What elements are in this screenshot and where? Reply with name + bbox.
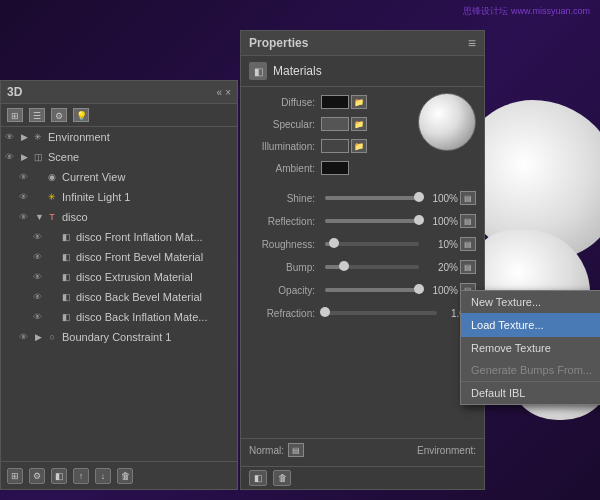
slider-value-bump: 20% bbox=[423, 262, 458, 273]
eye-icon-disco-front-inflation[interactable]: 👁 bbox=[33, 232, 47, 242]
watermark: 思锋设计坛 www.missyuan.com bbox=[463, 5, 590, 18]
slider-thumb-refraction[interactable] bbox=[320, 307, 330, 317]
slider-icon-shine[interactable]: ▤ bbox=[460, 191, 476, 205]
context-menu: New Texture... Load Texture... ↖ Remove … bbox=[460, 290, 600, 405]
3d-bottom-bar: ⊞ ⚙ ◧ ↑ ↓ 🗑 bbox=[1, 461, 237, 489]
slider-label-reflection: Reflection: bbox=[249, 216, 321, 227]
eye-icon-disco[interactable]: 👁 bbox=[19, 212, 33, 222]
slider-label-shine: Shine: bbox=[249, 193, 321, 204]
tree-item-infinite-light-1[interactable]: 👁 ✳ Infinite Light 1 bbox=[1, 187, 237, 207]
bottom-icon-trash[interactable]: 🗑 bbox=[117, 468, 133, 484]
eye-icon-disco-back-bevel[interactable]: 👁 bbox=[33, 292, 47, 302]
bottom-icon-material[interactable]: ◧ bbox=[51, 468, 67, 484]
context-menu-item-new-texture[interactable]: New Texture... bbox=[461, 291, 600, 313]
slider-value-opacity: 100% bbox=[423, 285, 458, 296]
item-label-infinite-light-1: Infinite Light 1 bbox=[62, 191, 233, 203]
bottom-icon-down[interactable]: ↓ bbox=[95, 468, 111, 484]
tree-item-environment[interactable]: 👁 ▶ ✳ Environment bbox=[1, 127, 237, 147]
eye-icon-environment[interactable]: 👁 bbox=[5, 132, 19, 142]
folder-btn-diffuse[interactable]: 📁 bbox=[351, 95, 367, 109]
mat-row-illumination: Illumination: 📁 bbox=[249, 137, 412, 155]
tree-item-scene[interactable]: 👁 ▶ ◫ Scene bbox=[1, 147, 237, 167]
properties-menu-icon[interactable]: ≡ bbox=[468, 35, 476, 51]
item-icon-infinite-light: ✳ bbox=[45, 190, 59, 204]
eye-icon-boundary[interactable]: 👁 bbox=[19, 332, 33, 342]
swatch-ambient[interactable] bbox=[321, 161, 349, 175]
tree-item-disco-extrusion[interactable]: 👁 ◧ disco Extrusion Material bbox=[1, 267, 237, 287]
toolbar-icon-settings[interactable]: ⚙ bbox=[51, 108, 67, 122]
tree-item-disco-front-inflation[interactable]: 👁 ◧ disco Front Inflation Mat... bbox=[1, 227, 237, 247]
bottom-icon-grid[interactable]: ⊞ bbox=[7, 468, 23, 484]
footer-icon-material[interactable]: ◧ bbox=[249, 470, 267, 486]
mat-bottom-section: Normal: ▤ Environment: bbox=[241, 438, 484, 461]
slider-track-reflection[interactable] bbox=[325, 219, 419, 223]
mat-footer: ◧ 🗑 bbox=[241, 466, 484, 489]
properties-title: Properties bbox=[249, 36, 308, 50]
collapse-button[interactable]: « bbox=[217, 87, 223, 98]
slider-thumb-reflection[interactable] bbox=[414, 215, 424, 225]
mat-row-diffuse: Diffuse: 📁 bbox=[249, 93, 412, 111]
item-label-disco-extrusion: disco Extrusion Material bbox=[76, 271, 233, 283]
swatch-illumination[interactable] bbox=[321, 139, 349, 153]
folder-btn-specular[interactable]: 📁 bbox=[351, 117, 367, 131]
slider-thumb-roughness[interactable] bbox=[329, 238, 339, 248]
bottom-icon-up[interactable]: ↑ bbox=[73, 468, 89, 484]
context-menu-item-load-texture[interactable]: Load Texture... ↖ bbox=[461, 313, 600, 337]
slider-track-opacity[interactable] bbox=[325, 288, 419, 292]
slider-thumb-opacity[interactable] bbox=[414, 284, 424, 294]
panel-3d-controls: « × bbox=[217, 87, 231, 98]
tree-item-disco[interactable]: 👁 ▼ T disco bbox=[1, 207, 237, 227]
slider-icon-bump[interactable]: ▤ bbox=[460, 260, 476, 274]
context-menu-item-default-ibl[interactable]: Default IBL bbox=[461, 382, 600, 404]
normal-icon-btn[interactable]: ▤ bbox=[288, 443, 304, 457]
eye-icon-infinite-light[interactable]: 👁 bbox=[19, 192, 33, 202]
slider-icon-roughness[interactable]: ▤ bbox=[460, 237, 476, 251]
tree-item-disco-back-inflation[interactable]: 👁 ◧ disco Back Inflation Mate... bbox=[1, 307, 237, 327]
slider-thumb-bump[interactable] bbox=[339, 261, 349, 271]
slider-track-refraction[interactable] bbox=[325, 311, 437, 315]
slider-row-roughness: Roughness: 10% ▤ bbox=[249, 235, 476, 253]
toolbar-icon-grid[interactable]: ⊞ bbox=[7, 108, 23, 122]
item-icon-scene: ◫ bbox=[31, 150, 45, 164]
tree-item-current-view[interactable]: 👁 ◉ Current View bbox=[1, 167, 237, 187]
panel-3d-title: 3D bbox=[7, 85, 22, 99]
footer-icon-trash[interactable]: 🗑 bbox=[273, 470, 291, 486]
eye-icon-current-view[interactable]: 👁 bbox=[19, 172, 33, 182]
materials-icon: ◧ bbox=[249, 62, 267, 80]
context-menu-item-remove-texture[interactable]: Remove Texture bbox=[461, 337, 600, 359]
expand-arrow-scene[interactable]: ▶ bbox=[21, 152, 31, 162]
expand-arrow-boundary[interactable]: ▶ bbox=[35, 332, 45, 342]
eye-icon-disco-front-bevel[interactable]: 👁 bbox=[33, 252, 47, 262]
toolbar-icon-light[interactable]: 💡 bbox=[73, 108, 89, 122]
mat-row-specular: Specular: 📁 bbox=[249, 115, 412, 133]
expand-arrow-environment[interactable]: ▶ bbox=[21, 132, 31, 142]
tree-item-disco-front-bevel[interactable]: 👁 ◧ disco Front Bevel Material bbox=[1, 247, 237, 267]
environment-label: Environment: bbox=[417, 445, 476, 456]
item-label-scene: Scene bbox=[48, 151, 233, 163]
context-menu-label-new-texture: New Texture... bbox=[471, 296, 541, 308]
slider-row-bump: Bump: 20% ▤ bbox=[249, 258, 476, 276]
slider-icon-reflection[interactable]: ▤ bbox=[460, 214, 476, 228]
folder-btn-illumination[interactable]: 📁 bbox=[351, 139, 367, 153]
swatch-specular[interactable] bbox=[321, 117, 349, 131]
item-icon-current-view: ◉ bbox=[45, 170, 59, 184]
item-label-boundary-constraint: Boundary Constraint 1 bbox=[62, 331, 233, 343]
slider-track-bump[interactable] bbox=[325, 265, 419, 269]
item-icon-disco-extrusion: ◧ bbox=[59, 270, 73, 284]
swatch-diffuse[interactable] bbox=[321, 95, 349, 109]
material-preview-sphere bbox=[418, 93, 476, 151]
slider-track-roughness[interactable] bbox=[325, 242, 419, 246]
eye-icon-disco-extrusion[interactable]: 👁 bbox=[33, 272, 47, 282]
expand-arrow-disco[interactable]: ▼ bbox=[35, 212, 45, 222]
slider-track-shine[interactable] bbox=[325, 196, 419, 200]
toolbar-icon-list[interactable]: ☰ bbox=[29, 108, 45, 122]
tree-item-disco-back-bevel[interactable]: 👁 ◧ disco Back Bevel Material bbox=[1, 287, 237, 307]
slider-thumb-shine[interactable] bbox=[414, 192, 424, 202]
materials-tab[interactable]: ◧ Materials bbox=[241, 56, 484, 87]
eye-icon-scene[interactable]: 👁 bbox=[5, 152, 19, 162]
close-button[interactable]: × bbox=[225, 87, 231, 98]
tree-item-boundary-constraint[interactable]: 👁 ▶ ○ Boundary Constraint 1 bbox=[1, 327, 237, 347]
material-sliders: Shine: 100% ▤ Reflection: 100% ▤ bbox=[249, 185, 476, 331]
eye-icon-disco-back-inflation[interactable]: 👁 bbox=[33, 312, 47, 322]
bottom-icon-settings[interactable]: ⚙ bbox=[29, 468, 45, 484]
